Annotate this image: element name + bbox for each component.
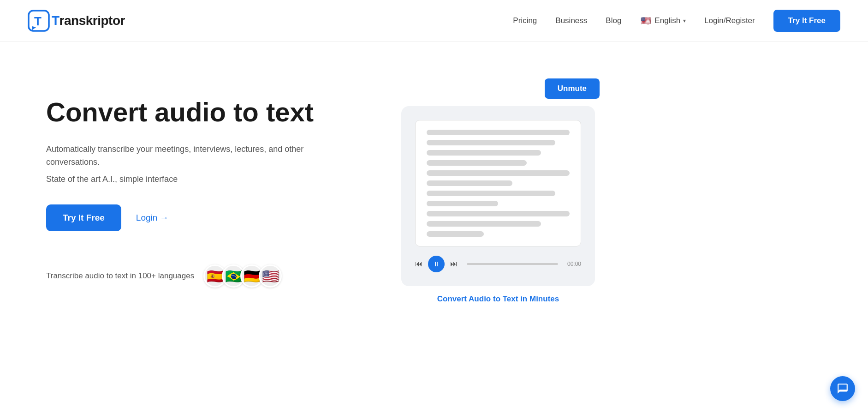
try-it-free-button[interactable]: Try It Free (46, 204, 121, 231)
transcript-line (427, 140, 555, 145)
logo-icon: T (28, 10, 50, 32)
nav-pricing[interactable]: Pricing (513, 16, 537, 25)
hero-left: Convert audio to text Automatically tran… (46, 78, 360, 288)
flag-english: 🇺🇸 (259, 264, 282, 288)
logo[interactable]: T Transkriptor (28, 10, 125, 32)
language-selector[interactable]: 🇺🇸 English ▾ (640, 15, 686, 27)
navbar: T Transkriptor Pricing Business Blog 🇺🇸 … (0, 0, 868, 42)
transcript-line (427, 211, 570, 216)
skip-back-icon[interactable]: ⏮ (415, 260, 422, 268)
chevron-down-icon: ▾ (683, 18, 686, 24)
transcript-line (427, 201, 498, 206)
hero-buttons: Try It Free Login → (46, 204, 360, 231)
nav-blog[interactable]: Blog (606, 16, 621, 25)
login-arrow-link[interactable]: Login → (136, 213, 169, 223)
chat-bubble-button[interactable] (830, 376, 855, 401)
hero-section: Convert audio to text Automatically tran… (0, 42, 868, 414)
skip-forward-icon[interactable]: ⏭ (450, 260, 458, 268)
hero-right: Unmute ⏮ ⏸ ⏭ (360, 78, 636, 304)
audio-progress-bar[interactable] (467, 263, 558, 265)
hero-subtitle-2: State of the art A.I., simple interface (46, 174, 360, 184)
flag-stack: 🇪🇸 🇧🇷 🇩🇪 🇺🇸 (203, 264, 282, 288)
transcript-line (427, 170, 570, 176)
transcript-line (427, 231, 484, 237)
audio-time: 00:00 (567, 261, 581, 267)
transcript-line (427, 180, 512, 186)
brand-name: Transkriptor (52, 13, 125, 28)
svg-text:T: T (34, 14, 42, 28)
transcript-line (427, 130, 570, 135)
login-register-link[interactable]: Login/Register (704, 16, 755, 25)
transcript-display (415, 120, 581, 246)
video-card: ⏮ ⏸ ⏭ 00:00 (401, 106, 595, 286)
flag-icon: 🇺🇸 (640, 15, 652, 27)
languages-text: Transcribe audio to text in 100+ languag… (46, 271, 194, 281)
language-label: English (654, 16, 680, 25)
transcript-line (427, 221, 541, 227)
try-free-nav-button[interactable]: Try It Free (773, 10, 840, 32)
transcript-line (427, 191, 555, 196)
transcript-line (427, 150, 541, 156)
nav-links: Pricing Business Blog 🇺🇸 English ▾ Login… (513, 10, 840, 32)
hero-title: Convert audio to text (46, 97, 360, 128)
chat-icon (837, 383, 849, 395)
hero-subtitle-1: Automatically transcribe your meetings, … (46, 143, 314, 169)
hero-languages: Transcribe audio to text in 100+ languag… (46, 264, 360, 288)
nav-business[interactable]: Business (555, 16, 587, 25)
play-pause-icon: ⏸ (433, 260, 440, 268)
unmute-button[interactable]: Unmute (545, 78, 600, 99)
audio-controls: ⏮ ⏸ ⏭ 00:00 (415, 256, 581, 272)
play-pause-button[interactable]: ⏸ (428, 256, 445, 272)
transcript-line (427, 160, 527, 166)
card-caption: Convert Audio to Text in Minutes (437, 294, 559, 304)
